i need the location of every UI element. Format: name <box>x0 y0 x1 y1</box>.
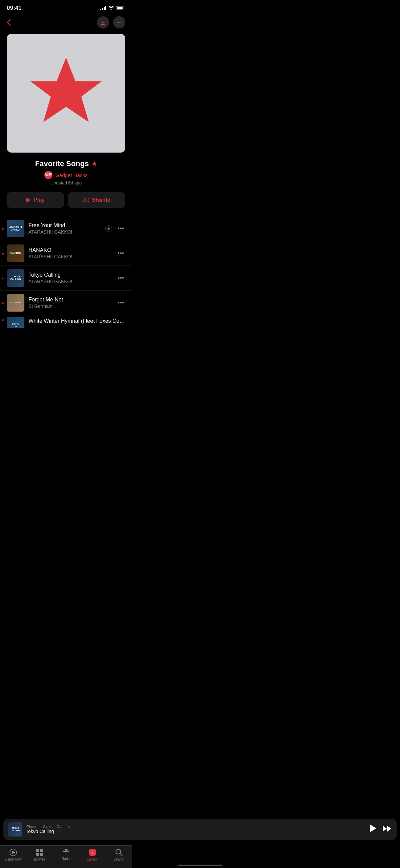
song-info: White Winter Hymnal (Fleet Foxes Cover) <box>28 318 125 324</box>
song-title: Tokyo Calling <box>28 272 112 278</box>
song-actions: ••• <box>116 299 125 307</box>
nav-right-buttons <box>97 16 125 28</box>
more-icon[interactable]: ••• <box>116 275 125 282</box>
svg-point-2 <box>121 22 122 23</box>
song-artist: ATARASHII GAKKO! <box>28 254 112 259</box>
svg-marker-4 <box>26 198 30 202</box>
playlist-title: Favorite Songs ★ <box>7 159 125 168</box>
song-thumbnail: HANAKO <box>7 244 24 262</box>
playlist-favorite-star: ★ <box>91 160 97 167</box>
battery-icon <box>116 6 125 10</box>
favorite-star-icon: ★ <box>1 301 4 305</box>
svg-point-0 <box>117 22 118 23</box>
song-actions: ••• <box>116 250 125 257</box>
list-item[interactable]: ★ HANAKO HANAKO ATARASHII GAKKO! ••• <box>0 241 132 266</box>
list-item[interactable]: ★ ATARASHIIGAKKO! Free Your Mind ATARASH… <box>0 216 132 241</box>
song-thumbnail: TOKYOCALLING <box>7 269 24 287</box>
song-info: Tokyo Calling ATARASHII GAKKO! <box>28 272 112 284</box>
song-title: HANAKO <box>28 247 112 253</box>
star-icon <box>24 51 108 136</box>
curator-row: GADGETHACKS Gadget Hacks <box>7 171 125 179</box>
svg-point-1 <box>119 22 120 23</box>
song-info: Forget Me Not St Germain <box>28 297 112 309</box>
favorite-star-icon: ★ <box>1 318 4 322</box>
song-info: Free Your Mind ATARASHII GAKKO! <box>28 222 101 235</box>
status-icons <box>100 5 125 11</box>
song-thumbnail: ATARASHIIGAKKO! <box>7 220 24 237</box>
song-info: HANAKO ATARASHII GAKKO! <box>28 247 112 259</box>
curator-name[interactable]: Gadget Hacks <box>55 172 87 178</box>
song-artist: St Germain <box>28 303 112 309</box>
song-title: Forget Me Not <box>28 297 112 303</box>
wifi-icon <box>108 5 114 11</box>
favorite-star-icon: ★ <box>1 227 4 231</box>
download-button[interactable] <box>97 16 109 28</box>
status-time: 09:41 <box>7 5 21 12</box>
back-button[interactable] <box>7 16 20 29</box>
favorite-star-icon: ★ <box>1 252 4 255</box>
song-actions: ••• <box>116 275 125 282</box>
song-artist: ATARASHII GAKKO! <box>28 229 101 235</box>
more-icon[interactable]: ••• <box>116 299 125 307</box>
curator-badge: GADGETHACKS <box>44 171 52 179</box>
song-actions: ••• <box>105 225 125 232</box>
list-item[interactable]: ★ TOKYOCALLING Tokyo Calling ATARASHII G… <box>0 266 132 291</box>
list-item[interactable]: ★ St Germain Forget Me Not St Germain ••… <box>0 291 132 315</box>
more-icon[interactable]: ••• <box>116 225 125 232</box>
song-title: White Winter Hymnal (Fleet Foxes Cover) <box>28 318 125 324</box>
signal-icon <box>100 6 106 10</box>
playlist-info: Favorite Songs ★ GADGETHACKS Gadget Hack… <box>0 159 132 192</box>
updated-timestamp: Updated 6d ago <box>7 180 125 185</box>
song-list: ★ ATARASHIIGAKKO! Free Your Mind ATARASH… <box>0 216 132 328</box>
navigation-bar <box>0 14 132 34</box>
svg-marker-3 <box>30 58 102 122</box>
download-icon[interactable] <box>105 225 112 232</box>
favorite-star-icon: ★ <box>1 276 4 280</box>
song-artist: ATARASHII GAKKO! <box>28 279 112 284</box>
more-options-button[interactable] <box>113 16 125 28</box>
song-thumbnail: St Germain <box>7 294 24 312</box>
list-item[interactable]: ★ PENTATONIX White Winter Hymnal (Fleet … <box>0 315 132 328</box>
song-thumbnail: PENTATONIX <box>7 317 24 328</box>
action-buttons: Play Shuffle <box>0 192 132 216</box>
more-icon[interactable]: ••• <box>116 250 125 257</box>
shuffle-button[interactable]: Shuffle <box>68 192 125 208</box>
playlist-artwork <box>7 34 125 153</box>
play-button[interactable]: Play <box>7 192 64 208</box>
song-title: Free Your Mind <box>28 222 101 229</box>
status-bar: 09:41 <box>0 0 132 14</box>
